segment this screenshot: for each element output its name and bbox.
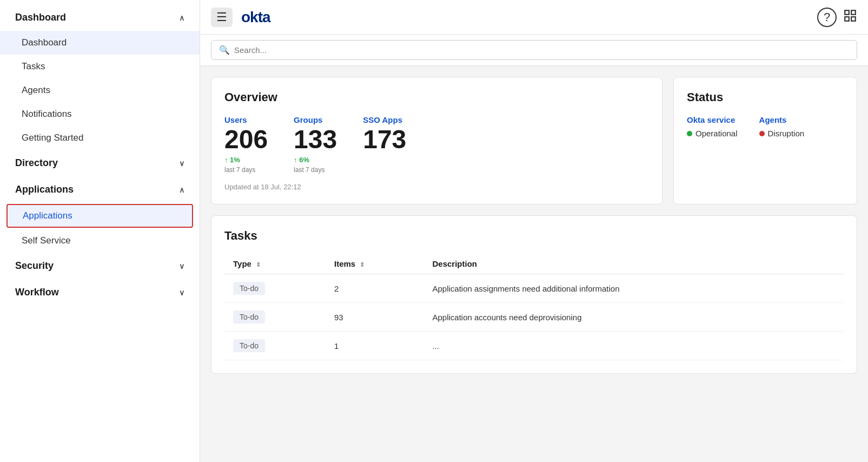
tasks-title: Tasks bbox=[224, 229, 844, 243]
search-bar: 🔍 bbox=[200, 35, 868, 66]
sidebar: Dashboard ∧ Dashboard Tasks Agents Notif… bbox=[0, 0, 200, 462]
sidebar-section-workflow-label: Workflow bbox=[15, 287, 59, 298]
sidebar-item-self-service[interactable]: Self Service bbox=[0, 229, 200, 253]
disruption-dot bbox=[759, 131, 765, 136]
sidebar-item-agents[interactable]: Agents bbox=[0, 78, 200, 102]
overview-title: Overview bbox=[224, 90, 649, 104]
chevron-up-icon: ∧ bbox=[179, 14, 184, 22]
agents-col: Agents Disruption bbox=[759, 115, 805, 138]
header-left: ☰ okta bbox=[211, 8, 270, 27]
users-change: ↑ 1% bbox=[224, 156, 240, 164]
task-type-cell: To-do bbox=[224, 332, 326, 360]
header-right: ? bbox=[817, 8, 857, 27]
groups-period: last 7 days bbox=[294, 166, 324, 174]
sidebar-section-directory[interactable]: Directory ∨ bbox=[0, 150, 200, 176]
users-stat: Users 206 ↑ 1% last 7 days bbox=[224, 115, 268, 174]
sso-apps-label: SSO Apps bbox=[363, 115, 406, 124]
chevron-down-icon-security: ∨ bbox=[179, 262, 184, 270]
okta-service-col: Okta service Operational bbox=[687, 115, 738, 138]
header: ☰ okta ? bbox=[200, 0, 868, 35]
search-icon: 🔍 bbox=[219, 45, 230, 55]
task-type-badge: To-do bbox=[233, 311, 265, 324]
svg-rect-0 bbox=[845, 10, 849, 15]
chevron-down-icon-workflow: ∨ bbox=[179, 288, 184, 297]
overview-stats: Users 206 ↑ 1% last 7 days Groups 133 bbox=[224, 115, 649, 174]
tasks-table: Type ⇕ Items ⇕ Description To-do bbox=[224, 254, 844, 360]
sidebar-section-workflow[interactable]: Workflow ∨ bbox=[0, 279, 200, 306]
okta-service-status: Operational bbox=[687, 129, 738, 138]
sidebar-item-dashboard[interactable]: Dashboard bbox=[0, 31, 200, 55]
apps-grid-icon[interactable] bbox=[843, 9, 857, 25]
sidebar-section-applications-label: Applications bbox=[15, 184, 74, 195]
task-items-cell: 2 bbox=[326, 274, 423, 303]
groups-change: ↑ 6% bbox=[294, 156, 309, 164]
search-wrapper[interactable]: 🔍 bbox=[211, 40, 857, 60]
type-sort-icon[interactable]: ⇕ bbox=[256, 261, 261, 268]
task-items-cell: 1 bbox=[326, 332, 423, 360]
main-content: ☰ okta ? 🔍 Overview bbox=[200, 0, 868, 462]
okta-logo: okta bbox=[241, 9, 270, 26]
chevron-down-icon-directory: ∨ bbox=[179, 159, 184, 168]
sso-apps-value: 173 bbox=[363, 127, 406, 153]
content-area: Overview Users 206 ↑ 1% last 7 days bbox=[200, 66, 868, 462]
sidebar-item-getting-started[interactable]: Getting Started bbox=[0, 126, 200, 150]
hamburger-menu-button[interactable]: ☰ bbox=[211, 8, 233, 27]
sso-apps-stat: SSO Apps 173 bbox=[363, 115, 406, 153]
overview-card: Overview Users 206 ↑ 1% last 7 days bbox=[211, 77, 662, 204]
groups-value: 133 bbox=[294, 127, 337, 153]
task-type-badge: To-do bbox=[233, 339, 265, 352]
task-type-cell: To-do bbox=[224, 303, 326, 332]
tasks-card: Tasks Type ⇕ Items ⇕ Description bbox=[211, 215, 857, 374]
svg-rect-1 bbox=[851, 10, 856, 15]
type-column-header: Type ⇕ bbox=[224, 254, 326, 274]
svg-rect-3 bbox=[851, 17, 856, 21]
status-card: Status Okta service Operational Agents bbox=[673, 77, 857, 204]
updated-text: Updated at 18 Jul, 22:12 bbox=[224, 183, 649, 191]
search-input[interactable] bbox=[234, 45, 849, 55]
table-row: To-do 2 Application assignments need add… bbox=[224, 274, 844, 303]
task-description-cell: ... bbox=[423, 332, 844, 360]
users-period: last 7 days bbox=[224, 166, 255, 174]
svg-rect-2 bbox=[845, 17, 849, 21]
users-value: 206 bbox=[224, 127, 268, 153]
table-row: To-do 1 ... bbox=[224, 332, 844, 360]
groups-meta: ↑ 6% last 7 days bbox=[294, 155, 337, 174]
agents-status: Disruption bbox=[759, 129, 805, 138]
agents-label: Agents bbox=[759, 115, 805, 124]
table-row: To-do 93 Application accounts need depro… bbox=[224, 303, 844, 332]
sidebar-section-dashboard[interactable]: Dashboard ∧ bbox=[0, 4, 200, 31]
operational-dot bbox=[687, 131, 692, 136]
help-icon[interactable]: ? bbox=[817, 8, 837, 27]
task-type-cell: To-do bbox=[224, 274, 326, 303]
sidebar-section-directory-label: Directory bbox=[15, 157, 58, 169]
sidebar-section-security-label: Security bbox=[15, 260, 54, 272]
groups-stat: Groups 133 ↑ 6% last 7 days bbox=[294, 115, 337, 174]
task-description-cell: Application assignments need additional … bbox=[423, 274, 844, 303]
description-column-header: Description bbox=[423, 254, 844, 274]
items-column-header: Items ⇕ bbox=[326, 254, 423, 274]
task-type-badge: To-do bbox=[233, 282, 265, 295]
sidebar-section-applications[interactable]: Applications ∧ bbox=[0, 176, 200, 203]
sidebar-item-applications[interactable]: Applications bbox=[6, 204, 193, 228]
task-description-cell: Application accounts need deprovisioning bbox=[423, 303, 844, 332]
task-items-cell: 93 bbox=[326, 303, 423, 332]
okta-service-label: Okta service bbox=[687, 115, 738, 124]
users-meta: ↑ 1% last 7 days bbox=[224, 155, 268, 174]
sidebar-item-tasks[interactable]: Tasks bbox=[0, 55, 200, 78]
sidebar-section-security[interactable]: Security ∨ bbox=[0, 253, 200, 279]
groups-label: Groups bbox=[294, 115, 337, 124]
items-sort-icon[interactable]: ⇕ bbox=[360, 261, 365, 268]
status-columns: Okta service Operational Agents Disrupti… bbox=[687, 115, 844, 138]
status-title: Status bbox=[687, 90, 844, 104]
sidebar-section-dashboard-label: Dashboard bbox=[15, 12, 66, 23]
sidebar-item-notifications[interactable]: Notifications bbox=[0, 102, 200, 126]
users-label: Users bbox=[224, 115, 268, 124]
overview-status-row: Overview Users 206 ↑ 1% last 7 days bbox=[211, 77, 857, 204]
chevron-up-icon-applications: ∧ bbox=[179, 186, 184, 194]
